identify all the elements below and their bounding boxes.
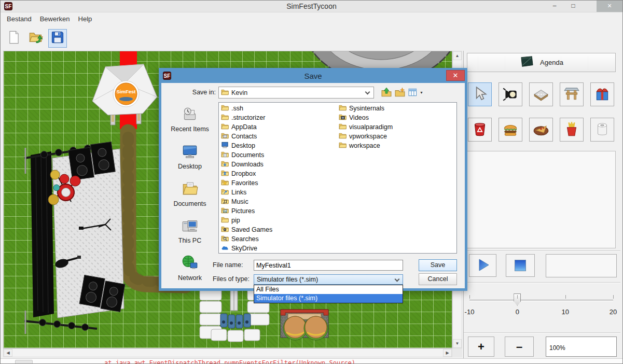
minimize-button[interactable]: – — [547, 1, 562, 12]
close-button[interactable]: × — [597, 1, 622, 12]
tent-logo: SimFest — [117, 89, 136, 94]
slider-tick-label: 20 — [610, 308, 617, 316]
menu-help[interactable]: Help — [74, 13, 96, 24]
file-item[interactable]: Downloads — [221, 160, 335, 169]
tools-row-1 — [468, 82, 614, 106]
playback-display — [546, 254, 617, 277]
file-type-combo[interactable]: Simulator files (*.sim) — [254, 274, 403, 285]
file-item[interactable]: Links — [221, 188, 335, 197]
stage[interactable] — [24, 142, 126, 334]
agenda-button[interactable]: Agenda — [467, 53, 616, 72]
agenda-book-icon — [519, 55, 535, 69]
horizontal-scrollbar[interactable]: ◀ ▶ — [3, 348, 452, 357]
folder-icon — [221, 88, 229, 97]
speed-slider[interactable] — [469, 300, 613, 301]
file-type-label: Files of type: — [213, 275, 250, 283]
open-file-button[interactable] — [26, 29, 45, 48]
file-item[interactable]: Contacts — [221, 132, 335, 141]
tool-pizza[interactable] — [529, 118, 553, 142]
tool-fries[interactable] — [560, 118, 584, 142]
file-item[interactable]: Saved Games — [221, 225, 335, 234]
open-folder-icon — [29, 30, 43, 46]
scroll-up-icon[interactable]: ▲ — [453, 51, 462, 60]
tool-spotlight[interactable] — [499, 82, 522, 106]
file-list[interactable]: .ssh.structorizerAppDataContactsDesktopD… — [218, 102, 457, 254]
zoom-out-button[interactable]: – — [505, 337, 534, 357]
place-documents[interactable]: Documents — [164, 180, 215, 207]
place-this-pc[interactable]: This PC — [164, 217, 215, 244]
file-item[interactable]: pip — [221, 216, 335, 225]
dialog-title: Save — [161, 72, 465, 80]
file-item-label: Desktop — [231, 142, 255, 149]
searches-icon — [221, 234, 229, 244]
file-name-input[interactable] — [254, 260, 403, 271]
place-network[interactable]: Network — [164, 254, 215, 282]
file-item[interactable]: Searches — [221, 234, 335, 244]
file-type-option[interactable]: All Files — [254, 285, 403, 294]
zoom-in-button[interactable]: + — [468, 337, 494, 357]
tool-burger[interactable] — [499, 118, 522, 142]
slider-tick — [613, 295, 614, 299]
tool-gate[interactable] — [560, 82, 584, 106]
file-item[interactable]: Dropbox — [221, 169, 335, 178]
place-recent-items[interactable]: Recent Items — [164, 105, 215, 133]
separator — [464, 250, 620, 251]
file-item[interactable]: .ssh — [221, 104, 335, 113]
menu-bestand[interactable]: Bestand — [3, 13, 36, 24]
tool-road[interactable] — [529, 82, 553, 106]
file-item[interactable]: Music — [221, 197, 335, 206]
file-item[interactable]: Pictures — [221, 206, 335, 216]
file-item[interactable]: vpworkspace — [339, 132, 453, 141]
tool-toilet-paper[interactable] — [590, 118, 614, 142]
file-item[interactable]: workspace — [339, 141, 453, 150]
scroll-left-icon[interactable]: ◀ — [4, 349, 12, 357]
tool-gift[interactable] — [590, 82, 614, 106]
file-item[interactable]: .structorizer — [221, 113, 335, 122]
desktop-icon — [221, 141, 229, 150]
file-item-label: SkyDrive — [231, 245, 257, 252]
file-item-label: Videos — [349, 114, 369, 121]
tool-select[interactable] — [468, 82, 492, 106]
save-icon — [50, 30, 65, 46]
dialog-save-button[interactable]: Save — [419, 259, 457, 271]
dropbox-icon — [221, 169, 229, 178]
network-icon — [181, 254, 199, 273]
dialog-close-button[interactable]: ✕ — [446, 70, 465, 81]
stop-button[interactable] — [506, 254, 535, 277]
scroll-down-icon[interactable]: ▼ — [453, 339, 462, 348]
file-item[interactable]: Documents — [221, 150, 335, 160]
save-in-combo[interactable]: Kevin — [218, 87, 374, 99]
separator — [464, 332, 620, 333]
new-file-button[interactable] — [5, 29, 23, 48]
save-file-button[interactable] — [48, 29, 67, 48]
file-type-option[interactable]: Simulator files (*.sim) — [254, 294, 403, 303]
file-item[interactable]: visualparadigm — [339, 122, 453, 132]
maximize-button[interactable]: □ — [565, 1, 581, 12]
view-menu-button[interactable]: ▼ — [408, 87, 424, 98]
fries-icon — [563, 120, 580, 139]
scroll-right-icon[interactable]: ▶ — [443, 349, 452, 357]
file-item-label: Music — [231, 198, 248, 205]
file-item-label: Sysinternals — [349, 105, 384, 112]
file-item[interactable]: Desktop — [221, 141, 335, 150]
caret-down-icon: ▼ — [420, 91, 423, 94]
gift-icon — [593, 85, 611, 104]
file-item[interactable]: Sysinternals — [339, 104, 453, 113]
tool-trash[interactable] — [468, 118, 492, 142]
videos-icon — [339, 113, 347, 122]
burger-stand[interactable] — [281, 310, 328, 340]
new-folder-button[interactable] — [395, 87, 406, 98]
place-label: Desktop — [178, 163, 202, 170]
dialog-cancel-button[interactable]: Cancel — [419, 273, 457, 285]
file-item[interactable]: SkyDrive — [221, 244, 335, 253]
play-button[interactable] — [469, 254, 496, 277]
up-one-level-button[interactable] — [381, 87, 392, 98]
file-item[interactable]: Videos — [339, 113, 453, 122]
zoom-level-field[interactable] — [546, 337, 617, 357]
music-icon — [221, 197, 229, 206]
file-item[interactable]: Favorites — [221, 178, 335, 188]
place-desktop[interactable]: Desktop — [164, 143, 215, 170]
file-item[interactable]: AppData — [221, 122, 335, 132]
file-item-label: Pictures — [231, 207, 255, 215]
menu-bewerken[interactable]: Bewerken — [36, 13, 74, 24]
